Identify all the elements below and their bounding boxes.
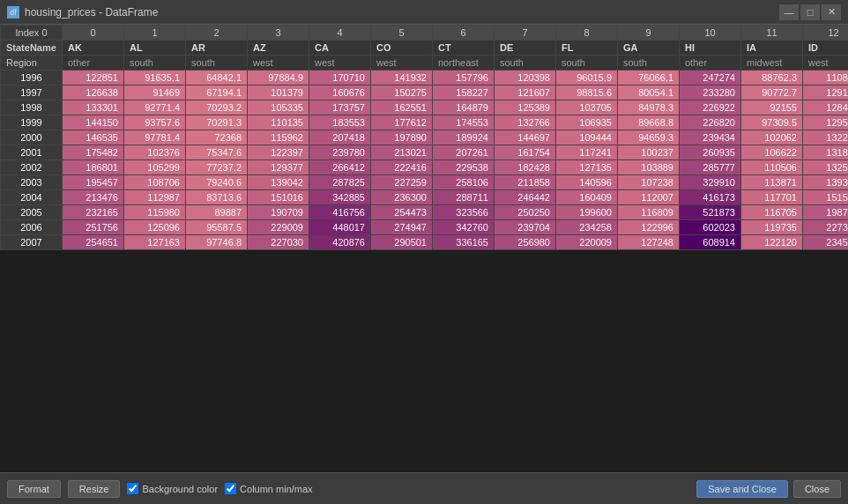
minimize-button[interactable]: — [779, 4, 799, 20]
col-index-1: 1 [124, 26, 186, 41]
bg-color-checkbox-label[interactable]: Background color [127, 483, 218, 494]
data-cell-r1-c10: 233280 [680, 85, 741, 100]
data-cell-r9-c4: 416756 [309, 205, 371, 220]
data-cell-r2-c10: 226922 [680, 100, 741, 115]
title-controls: — □ ✕ [779, 4, 841, 20]
data-cell-r0-c3: 97884.9 [248, 70, 309, 85]
data-cell-r6-c0: 186801 [63, 160, 124, 175]
data-cell-r3-c12: 129542 [803, 115, 849, 130]
bg-color-checkbox[interactable] [127, 483, 138, 494]
save-and-close-button[interactable]: Save and Close [696, 480, 788, 498]
data-cell-r4-c1: 97781.4 [124, 130, 186, 145]
data-cell-r7-c3: 139042 [248, 175, 309, 190]
data-cell-r0-c1: 91635.1 [124, 70, 186, 85]
row-year-2005: 2005 [1, 205, 63, 220]
col-index-7: 7 [495, 26, 556, 41]
data-cell-r9-c10: 521873 [680, 205, 741, 220]
data-cell-r2-c6: 164879 [433, 100, 495, 115]
data-cell-r6-c6: 229538 [433, 160, 495, 175]
region-header-10: other [680, 56, 741, 70]
table-row: 200117548210237675347.612239723978021302… [1, 145, 849, 160]
data-cell-r2-c2: 70293.2 [186, 100, 248, 115]
data-cell-r8-c8: 160409 [556, 190, 618, 205]
data-cell-r4-c8: 109444 [556, 130, 618, 145]
data-cell-r4-c11: 102062 [741, 130, 803, 145]
resize-button[interactable]: Resize [68, 480, 121, 498]
index-header-row: Index 0 0123456789101112 [1, 26, 849, 41]
col-index-6: 6 [433, 26, 495, 41]
data-cell-r10-c2: 95587.5 [186, 220, 248, 235]
data-cell-r5-c10: 260935 [680, 145, 741, 160]
data-cell-r6-c7: 182428 [495, 160, 556, 175]
data-cell-r1-c8: 98815.6 [556, 85, 618, 100]
close-window-button[interactable]: ✕ [822, 4, 841, 20]
table-row: 199612285191635.164842.197884.9170710141… [1, 70, 849, 85]
table-row: 19971266389146967194.1101379160676150275… [1, 85, 849, 100]
data-cell-r10-c0: 251756 [63, 220, 124, 235]
data-cell-r4-c9: 94659.3 [618, 130, 680, 145]
format-button[interactable]: Format [7, 480, 61, 498]
region-header-12: west [803, 56, 849, 70]
row-year-2002: 2002 [1, 160, 63, 175]
data-cell-r11-c1: 127163 [124, 235, 186, 250]
data-cell-r4-c10: 239434 [680, 130, 741, 145]
region-header-1: south [124, 56, 186, 70]
data-cell-r10-c10: 602023 [680, 220, 741, 235]
data-cell-r5-c12: 131831 [803, 145, 849, 160]
data-cell-r8-c5: 236300 [371, 190, 433, 205]
data-cell-r8-c1: 112987 [124, 190, 186, 205]
data-cell-r1-c12: 129129 [803, 85, 849, 100]
state-header-8: FL [556, 41, 618, 56]
data-cell-r7-c8: 140596 [556, 175, 618, 190]
data-cell-r10-c7: 239704 [495, 220, 556, 235]
data-cell-r7-c0: 195457 [63, 175, 124, 190]
data-cell-r5-c11: 106622 [741, 145, 803, 160]
data-cell-r8-c11: 117701 [741, 190, 803, 205]
region-header-3: west [248, 56, 309, 70]
data-cell-r11-c9: 127248 [618, 235, 680, 250]
data-cell-r5-c5: 213021 [371, 145, 433, 160]
data-cell-r9-c5: 254473 [371, 205, 433, 220]
data-cell-r11-c8: 220009 [556, 235, 618, 250]
data-cell-r2-c0: 133301 [63, 100, 124, 115]
data-cell-r1-c5: 150275 [371, 85, 433, 100]
data-cell-r3-c10: 226820 [680, 115, 741, 130]
data-cell-r3-c1: 93757.6 [124, 115, 186, 130]
state-header-11: IA [741, 41, 803, 56]
data-cell-r11-c4: 420876 [309, 235, 371, 250]
data-cell-r8-c10: 416173 [680, 190, 741, 205]
data-cell-r9-c6: 323566 [433, 205, 495, 220]
col-minmax-checkbox[interactable] [225, 483, 236, 494]
data-cell-r8-c6: 288711 [433, 190, 495, 205]
data-cell-r7-c1: 108706 [124, 175, 186, 190]
data-cell-r10-c4: 448017 [309, 220, 371, 235]
data-cell-r2-c4: 173757 [309, 100, 371, 115]
region-header-2: south [186, 56, 248, 70]
state-header-0: AK [63, 41, 124, 56]
table-row: 200725465112716397746.822703042087629050… [1, 235, 849, 250]
col-minmax-checkbox-label[interactable]: Column min/max [225, 483, 313, 494]
data-cell-r0-c12: 110873 [803, 70, 849, 85]
region-header-5: west [371, 56, 433, 70]
data-cell-r3-c9: 89668.8 [618, 115, 680, 130]
data-cell-r5-c3: 122397 [248, 145, 309, 160]
data-cell-r6-c5: 222416 [371, 160, 433, 175]
data-cell-r0-c0: 122851 [63, 70, 124, 85]
data-cell-r11-c7: 256980 [495, 235, 556, 250]
table-row: 200319545710870679240.613904228782522725… [1, 175, 849, 190]
dataframe-table-container[interactable]: Index 0 0123456789101112 StateName AKALA… [0, 25, 848, 472]
data-cell-r6-c4: 266412 [309, 160, 371, 175]
maximize-button[interactable]: □ [800, 4, 820, 20]
data-cell-r1-c9: 80054.1 [618, 85, 680, 100]
data-cell-r4-c5: 197890 [371, 130, 433, 145]
window-title: housing_prices - DataFrame [25, 6, 158, 19]
data-cell-r11-c12: 234586 [803, 235, 849, 250]
data-cell-r5-c8: 117241 [556, 145, 618, 160]
data-cell-r9-c3: 190709 [248, 205, 309, 220]
close-button[interactable]: Close [793, 480, 841, 498]
data-cell-r2-c8: 103705 [556, 100, 618, 115]
data-cell-r10-c11: 119735 [741, 220, 803, 235]
data-cell-r6-c1: 105299 [124, 160, 186, 175]
index-header: Index 0 [1, 26, 63, 41]
data-cell-r6-c9: 103889 [618, 160, 680, 175]
